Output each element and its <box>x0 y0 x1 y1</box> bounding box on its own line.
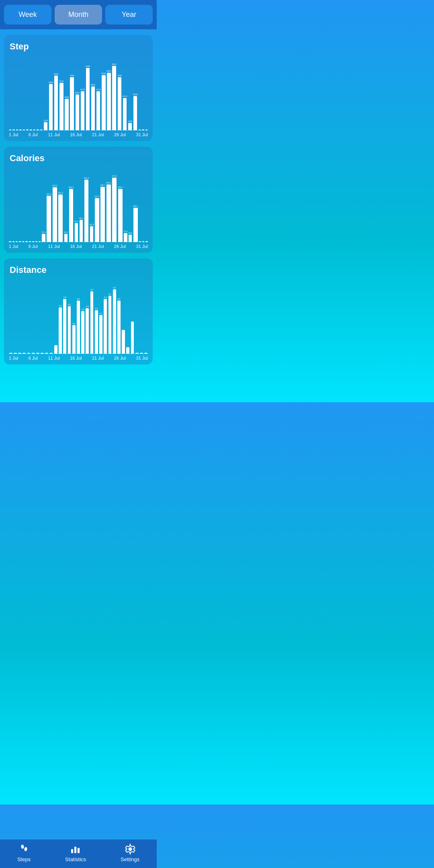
bar-rect <box>113 289 116 354</box>
bar-value-label: 274.5 <box>112 175 117 177</box>
bar-column: 95.1 <box>79 168 83 242</box>
bar-rect <box>59 83 63 130</box>
bar-value-label: 1218 <box>43 120 48 122</box>
bar-column <box>41 280 44 354</box>
bar-column: 5.8 <box>104 280 107 354</box>
bar-column: 5.6 <box>117 280 121 354</box>
bar-rect <box>106 184 111 242</box>
bar-value-label: 4662 <box>64 96 69 98</box>
tab-week[interactable]: Week <box>4 5 51 25</box>
distance-chart-card: Distance 4.95.85.03.05.64.54.86.64.64.15… <box>4 258 153 364</box>
bar-value-label: 266.3 <box>84 177 89 179</box>
bar-value-label: 202.0 <box>58 192 63 194</box>
bar-column <box>54 280 57 354</box>
bar-column <box>45 280 49 354</box>
bar-column: 9248 <box>86 57 90 130</box>
bar-column <box>126 280 130 354</box>
bar-rect <box>65 99 68 130</box>
bar-value-label: 5.8 <box>63 297 66 299</box>
bar-column: 37.6 <box>124 168 128 242</box>
bar-column <box>32 168 34 242</box>
bar-column: 8126 <box>54 57 58 130</box>
bar-column <box>12 57 15 130</box>
bar-column: 7838 <box>117 57 122 130</box>
bar-column <box>19 57 22 130</box>
bar-rect <box>63 299 66 354</box>
bar-column <box>142 168 145 242</box>
bar-rect <box>112 178 117 242</box>
bar-rect <box>64 234 68 242</box>
bar-column: 8547 <box>106 57 111 130</box>
bar-column: 5.6 <box>76 280 80 354</box>
bar-value-label: 226.3 <box>69 186 74 188</box>
bar-value-label: 9248 <box>86 66 90 68</box>
bar-rect <box>133 96 137 130</box>
bar-rect <box>76 94 79 130</box>
tab-month[interactable]: Month <box>55 5 102 25</box>
bar-column <box>145 168 148 242</box>
bar-column <box>16 57 18 130</box>
steps-chart-title: Step <box>8 41 149 52</box>
bar-value-label: 225.7 <box>118 186 123 188</box>
bar-rect <box>80 220 83 242</box>
bar-rect <box>53 187 57 242</box>
bar-value-label: 1058 <box>128 121 132 123</box>
bar-rect <box>100 187 105 242</box>
bar-value-label: 34.3 <box>64 231 68 233</box>
bar-column <box>25 168 28 242</box>
bar-rect <box>128 123 132 130</box>
bar-rect <box>49 84 53 130</box>
bar-value-label: 30.5 <box>128 232 132 234</box>
bar-value-label: 5776 <box>80 89 85 91</box>
calories-bars-area: 35.1197.5234.0202.034.3226.381.095.1266.… <box>8 168 149 242</box>
bar-column <box>142 57 145 130</box>
bar-rect <box>126 347 129 354</box>
bar-value-label: 197.5 <box>46 193 51 195</box>
bar-value-label: 4.9 <box>59 305 62 307</box>
bar-column: 4.1 <box>99 280 102 354</box>
bar-rect <box>108 296 112 354</box>
bar-column: 145.1 <box>133 168 138 242</box>
bar-column <box>39 168 41 242</box>
bar-rect <box>58 194 63 242</box>
bar-value-label: 8126 <box>54 73 58 75</box>
bar-column: 1218 <box>43 57 48 130</box>
bar-column <box>12 168 14 242</box>
bar-rect <box>95 310 98 354</box>
bar-value-label: 6.1 <box>108 293 111 295</box>
bar-column <box>18 280 21 354</box>
bar-rect <box>118 77 121 130</box>
bar-rect <box>69 189 74 242</box>
calories-chart-title: Calories <box>8 153 149 164</box>
bar-column: 235.7 <box>100 168 105 242</box>
tab-bar: Week Month Year <box>0 0 157 29</box>
bar-column: 5773 <box>96 57 100 130</box>
bar-rect <box>90 291 94 354</box>
bar-rect <box>122 330 125 354</box>
calories-x-axis: 1 Jul 6 Jul 11 Jul 16 Jul 21 Jul 26 Jul … <box>8 242 149 249</box>
bar-column: 4779 <box>123 57 127 130</box>
bar-column <box>35 168 37 242</box>
bar-rect <box>129 235 132 242</box>
bar-column: 9532 <box>112 57 117 130</box>
bar-column: 225.7 <box>118 168 123 242</box>
bar-rect <box>96 91 100 130</box>
bar-rect <box>68 306 71 354</box>
bar-rect <box>95 198 99 242</box>
tab-year[interactable]: Year <box>105 5 153 25</box>
bar-column: 6502 <box>91 57 95 130</box>
distance-bars-area: 4.95.85.03.05.64.54.86.64.64.15.86.16.85… <box>8 280 149 354</box>
bar-column <box>30 57 33 130</box>
bar-value-label: 235.7 <box>100 184 105 186</box>
bar-column: 34.3 <box>64 168 68 242</box>
bar-column: 6.1 <box>108 280 112 354</box>
bar-column: 5.8 <box>63 280 67 354</box>
bar-column: 5284 <box>75 57 80 130</box>
bar-value-label: 8547 <box>106 70 111 72</box>
bar-column <box>23 280 26 354</box>
bar-column <box>33 57 36 130</box>
steps-chart-card: Step 12186859812670134662785952845776924… <box>4 35 153 141</box>
bar-value-label: 5284 <box>75 92 80 94</box>
bar-column: 6.8 <box>113 280 116 354</box>
bar-column: 4.5 <box>81 280 85 354</box>
